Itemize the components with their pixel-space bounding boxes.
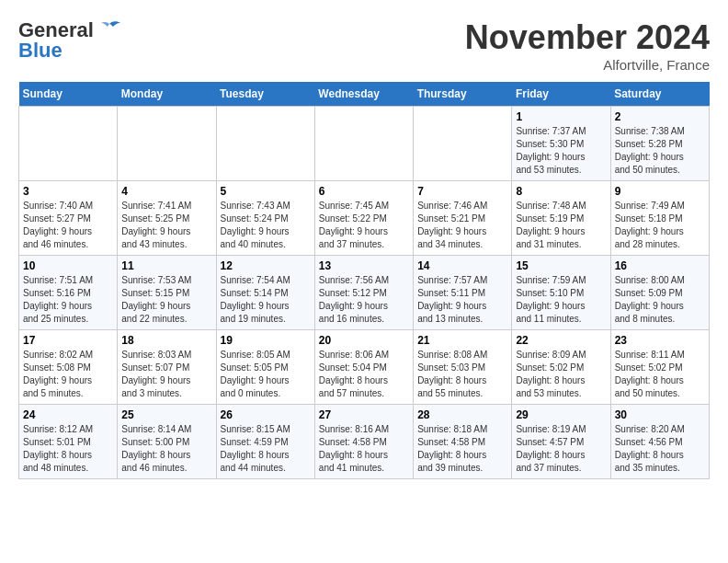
day-number: 17 <box>23 334 113 347</box>
day-info: Sunrise: 8:09 AMSunset: 5:02 PMDaylight:… <box>516 349 606 400</box>
calendar-cell: 27Sunrise: 8:16 AMSunset: 4:58 PMDayligh… <box>314 405 413 479</box>
day-header-monday: Monday <box>118 82 216 107</box>
day-number: 25 <box>121 408 211 421</box>
day-number: 30 <box>615 408 705 421</box>
calendar-cell: 15Sunrise: 7:59 AMSunset: 5:10 PMDayligh… <box>512 256 610 330</box>
calendar-cell: 23Sunrise: 8:11 AMSunset: 5:02 PMDayligh… <box>610 330 709 405</box>
calendar-cell: 13Sunrise: 7:56 AMSunset: 5:12 PMDayligh… <box>314 256 413 330</box>
title-area: November 2024 Alfortville, France <box>465 18 710 73</box>
day-header-tuesday: Tuesday <box>216 82 314 107</box>
day-info: Sunrise: 8:20 AMSunset: 4:56 PMDaylight:… <box>615 423 705 475</box>
calendar-cell: 28Sunrise: 8:18 AMSunset: 4:58 PMDayligh… <box>414 405 512 479</box>
day-number: 10 <box>23 259 113 272</box>
calendar-cell: 9Sunrise: 7:49 AMSunset: 5:18 PMDaylight… <box>610 181 709 256</box>
day-info: Sunrise: 7:43 AMSunset: 5:24 PMDaylight:… <box>221 200 311 251</box>
day-number: 4 <box>121 185 211 198</box>
calendar-cell: 25Sunrise: 8:14 AMSunset: 5:00 PMDayligh… <box>118 405 216 479</box>
calendar-cell: 14Sunrise: 7:57 AMSunset: 5:11 PMDayligh… <box>414 256 512 330</box>
calendar-cell: 7Sunrise: 7:46 AMSunset: 5:21 PMDaylight… <box>414 181 512 256</box>
day-number: 9 <box>615 185 705 198</box>
location-subtitle: Alfortville, France <box>465 57 710 73</box>
day-info: Sunrise: 8:19 AMSunset: 4:57 PMDaylight:… <box>516 423 606 475</box>
day-header-saturday: Saturday <box>610 82 709 107</box>
day-info: Sunrise: 7:56 AMSunset: 5:12 PMDaylight:… <box>319 274 409 326</box>
day-info: Sunrise: 7:59 AMSunset: 5:10 PMDaylight:… <box>516 274 606 326</box>
day-number: 23 <box>615 334 705 347</box>
day-number: 29 <box>516 408 606 421</box>
calendar-cell: 11Sunrise: 7:53 AMSunset: 5:15 PMDayligh… <box>118 256 216 330</box>
day-info: Sunrise: 8:12 AMSunset: 5:01 PMDaylight:… <box>23 423 113 475</box>
day-info: Sunrise: 8:16 AMSunset: 4:58 PMDaylight:… <box>319 423 409 475</box>
day-number: 8 <box>516 185 606 198</box>
day-number: 1 <box>516 110 606 123</box>
calendar-cell: 10Sunrise: 7:51 AMSunset: 5:16 PMDayligh… <box>19 256 118 330</box>
day-info: Sunrise: 8:03 AMSunset: 5:07 PMDaylight:… <box>121 349 211 400</box>
day-number: 20 <box>319 334 409 347</box>
calendar-header-row: SundayMondayTuesdayWednesdayThursdayFrid… <box>19 82 710 107</box>
day-info: Sunrise: 7:45 AMSunset: 5:22 PMDaylight:… <box>319 200 409 251</box>
day-number: 21 <box>417 334 507 347</box>
day-number: 24 <box>23 408 113 421</box>
day-info: Sunrise: 7:46 AMSunset: 5:21 PMDaylight:… <box>417 200 507 251</box>
day-info: Sunrise: 7:49 AMSunset: 5:18 PMDaylight:… <box>615 200 705 251</box>
day-info: Sunrise: 8:11 AMSunset: 5:02 PMDaylight:… <box>615 349 705 400</box>
day-info: Sunrise: 7:54 AMSunset: 5:14 PMDaylight:… <box>221 274 311 326</box>
day-info: Sunrise: 7:57 AMSunset: 5:11 PMDaylight:… <box>417 274 507 326</box>
calendar-cell: 3Sunrise: 7:40 AMSunset: 5:27 PMDaylight… <box>19 181 118 256</box>
calendar-cell: 21Sunrise: 8:08 AMSunset: 5:03 PMDayligh… <box>414 330 512 405</box>
day-number: 15 <box>516 259 606 272</box>
week-row-2: 3Sunrise: 7:40 AMSunset: 5:27 PMDaylight… <box>19 181 710 256</box>
calendar-cell: 1Sunrise: 7:37 AMSunset: 5:30 PMDaylight… <box>512 107 610 181</box>
calendar-cell: 20Sunrise: 8:06 AMSunset: 5:04 PMDayligh… <box>314 330 413 405</box>
day-number: 22 <box>516 334 606 347</box>
calendar-cell: 19Sunrise: 8:05 AMSunset: 5:05 PMDayligh… <box>216 330 314 405</box>
day-info: Sunrise: 7:37 AMSunset: 5:30 PMDaylight:… <box>516 125 606 177</box>
day-info: Sunrise: 8:15 AMSunset: 4:59 PMDaylight:… <box>221 423 311 475</box>
calendar-cell: 2Sunrise: 7:38 AMSunset: 5:28 PMDaylight… <box>610 107 709 181</box>
calendar-cell: 18Sunrise: 8:03 AMSunset: 5:07 PMDayligh… <box>118 330 216 405</box>
week-row-1: 1Sunrise: 7:37 AMSunset: 5:30 PMDaylight… <box>19 107 710 181</box>
week-row-3: 10Sunrise: 7:51 AMSunset: 5:16 PMDayligh… <box>19 256 710 330</box>
page-header: General Blue November 2024 Alfortville, … <box>18 18 710 73</box>
day-header-sunday: Sunday <box>19 82 118 107</box>
day-header-thursday: Thursday <box>414 82 512 107</box>
day-number: 16 <box>615 259 705 272</box>
day-info: Sunrise: 8:05 AMSunset: 5:05 PMDaylight:… <box>221 349 311 400</box>
calendar-cell: 30Sunrise: 8:20 AMSunset: 4:56 PMDayligh… <box>610 405 709 479</box>
calendar-cell: 5Sunrise: 7:43 AMSunset: 5:24 PMDaylight… <box>216 181 314 256</box>
logo: General Blue <box>18 18 122 63</box>
calendar-cell: 4Sunrise: 7:41 AMSunset: 5:25 PMDaylight… <box>118 181 216 256</box>
calendar-cell: 12Sunrise: 7:54 AMSunset: 5:14 PMDayligh… <box>216 256 314 330</box>
day-number: 13 <box>319 259 409 272</box>
day-number: 28 <box>417 408 507 421</box>
calendar-table: SundayMondayTuesdayWednesdayThursdayFrid… <box>18 82 710 479</box>
day-header-friday: Friday <box>512 82 610 107</box>
day-number: 6 <box>319 185 409 198</box>
calendar-cell: 22Sunrise: 8:09 AMSunset: 5:02 PMDayligh… <box>512 330 610 405</box>
logo-blue-text: Blue <box>18 39 63 63</box>
day-info: Sunrise: 7:53 AMSunset: 5:15 PMDaylight:… <box>121 274 211 326</box>
day-info: Sunrise: 7:41 AMSunset: 5:25 PMDaylight:… <box>121 200 211 251</box>
day-number: 26 <box>221 408 311 421</box>
day-number: 14 <box>417 259 507 272</box>
week-row-5: 24Sunrise: 8:12 AMSunset: 5:01 PMDayligh… <box>19 405 710 479</box>
calendar-cell: 6Sunrise: 7:45 AMSunset: 5:22 PMDaylight… <box>314 181 413 256</box>
day-number: 12 <box>221 259 311 272</box>
calendar-cell <box>118 107 216 181</box>
week-row-4: 17Sunrise: 8:02 AMSunset: 5:08 PMDayligh… <box>19 330 710 405</box>
day-info: Sunrise: 8:18 AMSunset: 4:58 PMDaylight:… <box>417 423 507 475</box>
day-number: 27 <box>319 408 409 421</box>
day-number: 5 <box>221 185 311 198</box>
calendar-cell <box>216 107 314 181</box>
month-title: November 2024 <box>465 18 710 57</box>
calendar-cell: 24Sunrise: 8:12 AMSunset: 5:01 PMDayligh… <box>19 405 118 479</box>
calendar-cell <box>314 107 413 181</box>
calendar-cell: 16Sunrise: 8:00 AMSunset: 5:09 PMDayligh… <box>610 256 709 330</box>
day-number: 2 <box>615 110 705 123</box>
calendar-cell <box>19 107 118 181</box>
day-number: 7 <box>417 185 507 198</box>
day-info: Sunrise: 8:06 AMSunset: 5:04 PMDaylight:… <box>319 349 409 400</box>
day-header-wednesday: Wednesday <box>314 82 413 107</box>
calendar-cell <box>414 107 512 181</box>
calendar-cell: 17Sunrise: 8:02 AMSunset: 5:08 PMDayligh… <box>19 330 118 405</box>
